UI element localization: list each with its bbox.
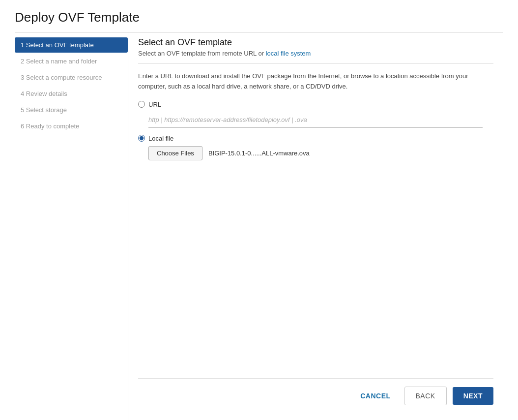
- local-file-radio[interactable]: [138, 135, 145, 142]
- sidebar-item-step1[interactable]: 1 Select an OVF template: [15, 37, 128, 53]
- url-radio-label[interactable]: URL: [138, 101, 493, 108]
- cancel-button[interactable]: CANCEL: [352, 387, 398, 405]
- next-button[interactable]: NEXT: [453, 387, 493, 405]
- sidebar-item-step5: 5 Select storage: [15, 102, 128, 118]
- content-area: Select an OVF template Select an OVF tem…: [128, 32, 503, 420]
- local-file-option: Local file Choose Files BIGIP-15.0.1-0..…: [138, 135, 493, 160]
- content-divider: [138, 63, 493, 63]
- sidebar-item-step3: 3 Select a compute resource: [15, 70, 128, 85]
- local-file-system-link[interactable]: local file system: [266, 50, 311, 57]
- content-title: Select an OVF template: [138, 37, 493, 48]
- footer: CANCEL BACK NEXT: [138, 378, 493, 415]
- chosen-filename: BIGIP-15.0.1-0......ALL-vmware.ova: [208, 150, 310, 157]
- sidebar-item-step4: 4 Review details: [15, 86, 128, 101]
- radio-group: URL Local file Choose Files BIGIP-15.0.1…: [138, 101, 493, 160]
- sidebar-item-step6: 6 Ready to complete: [15, 119, 128, 134]
- url-option: URL: [138, 101, 493, 128]
- content-subtitle: Select an OVF template from remote URL o…: [138, 50, 493, 57]
- sidebar-item-step2: 2 Select a name and folder: [15, 54, 128, 69]
- sidebar: 1 Select an OVF template 2 Select a name…: [15, 32, 128, 420]
- description-text: Enter a URL to download and install the …: [138, 71, 472, 92]
- local-file-row: Choose Files BIGIP-15.0.1-0......ALL-vmw…: [148, 146, 493, 160]
- url-input[interactable]: [148, 112, 483, 128]
- choose-files-button[interactable]: Choose Files: [148, 146, 202, 160]
- back-button[interactable]: BACK: [404, 387, 447, 405]
- url-radio[interactable]: [138, 101, 145, 108]
- page-title: Deploy OVF Template: [15, 10, 503, 25]
- local-file-radio-label[interactable]: Local file: [138, 135, 493, 142]
